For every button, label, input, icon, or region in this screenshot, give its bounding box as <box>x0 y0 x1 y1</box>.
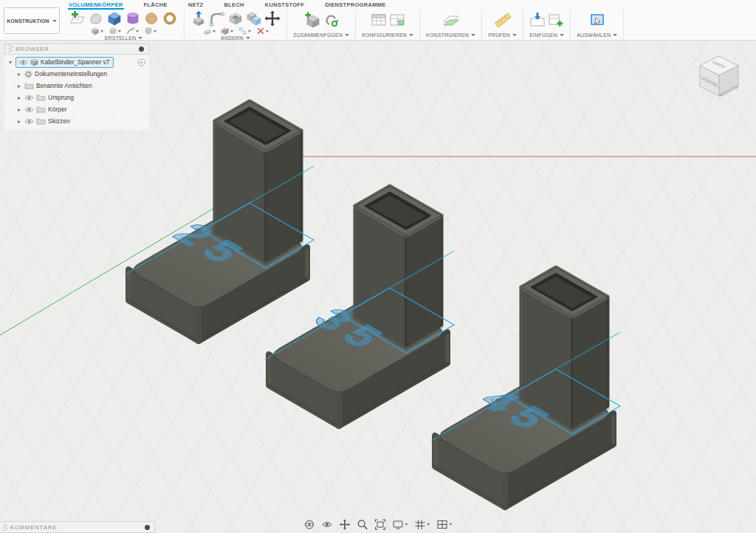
new-component-button[interactable] <box>304 12 320 28</box>
expand-caret-icon[interactable]: ▸ <box>16 118 22 125</box>
chevron-down-icon <box>560 34 564 36</box>
revolve-button[interactable] <box>109 27 121 35</box>
offset-face-button[interactable] <box>203 27 216 35</box>
eye-icon[interactable] <box>24 118 34 125</box>
tab-dienstprogramme[interactable]: DIENSTPROGRAMME <box>324 1 386 10</box>
zoom-button[interactable] <box>357 519 368 530</box>
group-label-auswaehlen[interactable]: AUSWÄHLEN <box>577 32 617 40</box>
drag-grip-icon[interactable] <box>4 523 6 532</box>
tab-kunststoff[interactable]: KUNSTSTOFF <box>264 1 305 10</box>
panel-menu-button[interactable] <box>139 47 144 52</box>
expand-caret-icon[interactable]: ▸ <box>16 71 22 78</box>
konstruktion-dropdown[interactable]: KONSTRUKTION <box>4 7 60 34</box>
shell-button[interactable] <box>227 10 244 27</box>
drag-grip-icon[interactable] <box>9 45 11 53</box>
pan-button[interactable] <box>340 519 351 530</box>
eye-icon[interactable] <box>24 94 34 101</box>
group-label-konstruieren[interactable]: KONSTRUIEREN <box>426 32 475 40</box>
grid-settings-button[interactable] <box>415 519 430 530</box>
chevron-down-icon <box>213 30 216 32</box>
expand-caret-icon[interactable]: ▾ <box>7 59 13 66</box>
model-bracket-45[interactable]: 45 <box>431 267 620 507</box>
expand-caret-icon[interactable]: ▸ <box>16 94 22 101</box>
eye-icon[interactable] <box>24 106 34 113</box>
browser-panel: BROWSER ▾ Kabelbinder_Spanner v7 ▸ Dokum… <box>4 44 149 130</box>
joint-button[interactable] <box>323 12 339 28</box>
group-label-pruefen[interactable]: PRÜFEN <box>488 32 517 40</box>
configure-table-icon <box>371 12 387 28</box>
look-at-button[interactable] <box>322 519 333 530</box>
chevron-down-icon <box>427 523 430 526</box>
insert-derive-button[interactable] <box>548 12 564 28</box>
gear-icon <box>24 70 32 78</box>
browser-root-item[interactable]: ▾ Kabelbinder_Spanner v7 <box>4 56 149 68</box>
align-button[interactable] <box>238 27 251 35</box>
orbit-icon <box>304 519 315 530</box>
browser-item-dokumenteneinstellungen[interactable]: ▸ Dokumenteneinstellungen <box>4 68 149 80</box>
sphere-button[interactable] <box>143 10 159 27</box>
sphere-icon <box>143 10 159 27</box>
loft-button[interactable] <box>144 27 157 35</box>
box-button[interactable] <box>106 10 123 27</box>
select-icon <box>589 12 605 28</box>
expand-caret-icon[interactable]: ▸ <box>16 83 22 89</box>
group-label-konfigurieren[interactable]: KONFIGURIEREN <box>362 32 413 40</box>
fit-button[interactable] <box>375 519 386 530</box>
chevron-down-icon <box>471 34 475 36</box>
tab-blech[interactable]: BLECH <box>224 1 245 10</box>
fillet-button[interactable] <box>209 10 225 27</box>
chevron-down-icon <box>52 20 57 22</box>
chevron-down-icon <box>138 37 142 39</box>
construction-plane-icon <box>443 12 459 28</box>
model-bracket-25[interactable]: 25 <box>125 101 314 341</box>
eye-icon[interactable] <box>18 59 28 66</box>
offset-face-icon <box>203 27 212 35</box>
browser-item-koerper[interactable]: ▸ Körper <box>4 103 149 115</box>
expand-caret-icon[interactable]: ▸ <box>16 106 22 113</box>
tab-netz[interactable]: NETZ <box>188 1 205 10</box>
activate-component-radio[interactable] <box>137 58 145 66</box>
browser-panel-header[interactable]: BROWSER <box>4 44 149 55</box>
browser-item-skizzen[interactable]: ▸ Skizzen <box>4 115 149 127</box>
extrude-button[interactable] <box>91 27 103 35</box>
create-form-button[interactable] <box>88 10 104 27</box>
insert-button[interactable] <box>529 12 546 28</box>
viewcube[interactable]: OBEN VORNE RECHTS <box>690 46 749 108</box>
combine-button[interactable] <box>246 10 262 27</box>
tab-flaeche[interactable]: FLÄCHE <box>143 1 168 10</box>
group-label-aendern[interactable]: ÄNDERN <box>221 35 250 43</box>
root-selection-box[interactable]: Kabelbinder_Spanner v7 <box>16 57 114 68</box>
select-button[interactable] <box>589 12 605 28</box>
orbit-button[interactable] <box>304 519 315 530</box>
cylinder-button[interactable] <box>125 10 141 27</box>
delete-button[interactable] <box>256 27 269 35</box>
move-button[interactable] <box>264 10 281 27</box>
press-pull-button[interactable] <box>190 10 207 27</box>
viewports-button[interactable] <box>437 519 453 530</box>
browser-item-ursprung[interactable]: ▸ Ursprung <box>4 92 149 103</box>
construction-plane-button[interactable] <box>443 12 459 28</box>
box-icon <box>106 10 123 27</box>
coil-button[interactable] <box>162 10 178 27</box>
group-label-erstellen[interactable]: ERSTELLEN <box>105 35 143 43</box>
sweep-button[interactable] <box>126 27 139 35</box>
split-body-button[interactable] <box>221 27 233 35</box>
folder-icon <box>36 106 46 113</box>
group-label-einfuegen[interactable]: EINFÜGEN <box>529 32 564 40</box>
sweep-icon <box>126 27 135 35</box>
toolbar-groups: ERSTELLEN ÄNDERN <box>63 10 756 40</box>
group-label-zusammenfuegen[interactable]: ZUSAMMENFÜGEN <box>293 32 349 40</box>
create-sketch-button[interactable] <box>69 10 86 27</box>
chevron-down-icon <box>409 34 413 36</box>
zoom-icon <box>357 519 368 530</box>
joint-icon <box>323 12 339 28</box>
measure-button[interactable] <box>495 12 511 28</box>
display-settings-button[interactable] <box>393 519 408 530</box>
new-component-icon <box>304 12 320 28</box>
configure-table-button[interactable] <box>371 12 387 28</box>
browser-item-benannte-ansichten[interactable]: ▸ Benannte Ansichten <box>4 80 149 92</box>
configuration-button[interactable] <box>389 12 405 28</box>
panel-menu-button[interactable] <box>145 525 150 530</box>
comments-panel-header[interactable]: KOMMENTARE <box>0 521 155 533</box>
tab-volumenkoerper[interactable]: VOLUMENKÖRPER <box>68 1 124 10</box>
